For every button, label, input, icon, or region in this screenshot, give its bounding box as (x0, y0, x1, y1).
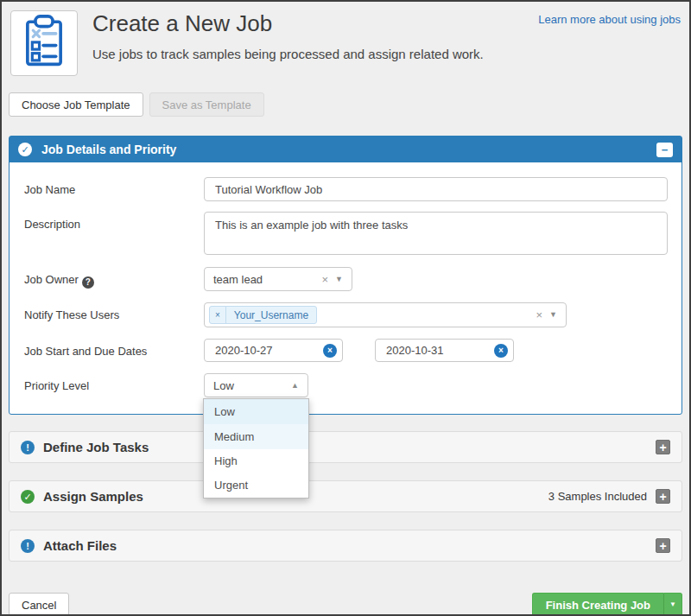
expand-section-button[interactable]: + (656, 538, 670, 553)
priority-value: Low (213, 379, 234, 392)
template-toolbar: Choose Job Template Save as Template (9, 92, 682, 117)
chevron-down-icon[interactable]: ▼ (335, 276, 343, 283)
user-tag: × Your_Username (209, 306, 317, 324)
samples-included-badge: 3 Samples Included (548, 490, 647, 503)
minus-icon: − (662, 143, 669, 156)
define-job-tasks-section[interactable]: ! Define Job Tasks + (9, 431, 682, 463)
job-owner-row: Job Owner? team lead × ▼ (24, 267, 668, 291)
create-job-window: { "header": { "title": "Create a New Job… (0, 0, 691, 616)
priority-option-urgent[interactable]: Urgent (204, 473, 308, 498)
footer-actions: Cancel Finish Creating Job ▼ (9, 593, 682, 616)
job-name-row: Job Name (24, 177, 668, 201)
save-as-template-button: Save as Template (149, 92, 264, 117)
plus-icon: + (659, 539, 666, 553)
expand-section-button[interactable]: + (656, 440, 670, 454)
choose-job-template-button[interactable]: Choose Job Template (9, 92, 143, 117)
info-circle-icon: ! (21, 441, 35, 454)
attach-files-section[interactable]: ! Attach Files + (9, 530, 682, 562)
notify-users-row: Notify These Users × Your_Username × ▼ (24, 302, 668, 327)
job-name-label: Job Name (24, 177, 204, 196)
expand-section-button[interactable]: + (656, 489, 670, 504)
priority-select[interactable]: Low ▲ (204, 373, 308, 397)
clipboard-tasks-icon (20, 15, 68, 72)
plus-icon: + (659, 441, 666, 454)
due-date-value: 2020-10-31 (386, 344, 444, 357)
info-circle-icon: ! (21, 539, 35, 553)
due-date-input[interactable]: 2020-10-31 × (375, 339, 514, 362)
description-label: Description (24, 212, 204, 231)
priority-row: Priority Level Low ▲ Low Medium High Urg… (24, 373, 668, 397)
dates-label: Job Start and Due Dates (24, 339, 204, 358)
start-date-value: 2020-10-27 (215, 344, 273, 357)
cancel-button[interactable]: Cancel (9, 593, 69, 616)
priority-label: Priority Level (24, 373, 204, 392)
assign-samples-section[interactable]: ✓ Assign Samples 3 Samples Included + (9, 480, 682, 512)
check-circle-icon: ✓ (21, 490, 35, 504)
plus-icon: + (659, 490, 666, 504)
clear-selection-icon[interactable]: × (536, 309, 542, 321)
section-title: Assign Samples (43, 489, 143, 504)
job-details-panel-title: Job Details and Priority (41, 143, 176, 156)
priority-option-medium[interactable]: Medium (204, 424, 308, 449)
section-title: Define Job Tasks (43, 440, 149, 454)
job-name-input[interactable] (204, 177, 668, 201)
start-date-input[interactable]: 2020-10-27 × (204, 339, 343, 362)
notify-users-select[interactable]: × Your_Username × ▼ (204, 302, 567, 327)
job-details-panel: ✓ Job Details and Priority − Job Name De… (9, 136, 682, 415)
chevron-up-icon[interactable]: ▲ (291, 382, 299, 390)
help-icon[interactable]: ? (82, 276, 94, 289)
collapse-panel-button[interactable]: − (656, 143, 673, 157)
user-tag-label: Your_Username (226, 307, 316, 323)
clear-selection-icon[interactable]: × (321, 274, 328, 285)
priority-select-wrap: Low ▲ Low Medium High Urgent (204, 373, 308, 397)
job-owner-select[interactable]: team lead × ▼ (204, 267, 352, 291)
job-details-panel-header[interactable]: ✓ Job Details and Priority − (10, 137, 681, 162)
description-row: Description This is an example job with … (24, 212, 668, 255)
page: Create a New Job Use jobs to track sampl… (2, 2, 689, 616)
priority-dropdown: Low Medium High Urgent (203, 398, 309, 499)
job-owner-label: Job Owner? (24, 267, 204, 289)
job-owner-value: team lead (213, 273, 263, 286)
finish-options-caret-button[interactable]: ▼ (663, 593, 682, 616)
finish-split-button: Finish Creating Job ▼ (532, 593, 682, 616)
learn-more-link[interactable]: Learn more about using jobs (538, 13, 681, 26)
clear-date-icon[interactable]: × (323, 344, 337, 358)
finish-creating-job-button[interactable]: Finish Creating Job (532, 593, 663, 616)
description-input[interactable]: This is an example job with three tasks (204, 212, 668, 255)
notify-users-label: Notify These Users (24, 302, 204, 321)
priority-option-low[interactable]: Low (204, 399, 308, 424)
section-title: Attach Files (43, 538, 117, 553)
chevron-down-icon: ▼ (669, 600, 676, 608)
priority-option-high[interactable]: High (204, 449, 308, 473)
chevron-down-icon[interactable]: ▼ (549, 311, 557, 319)
page-header: Create a New Job Use jobs to track sampl… (9, 9, 682, 79)
job-icon-box (10, 10, 78, 76)
job-details-panel-body: Job Name Description This is an example … (10, 162, 681, 414)
clear-date-icon[interactable]: × (494, 344, 508, 358)
dates-row: Job Start and Due Dates 2020-10-27 × 202… (24, 339, 668, 362)
page-subtitle: Use jobs to track samples being processe… (92, 47, 682, 61)
check-circle-icon: ✓ (18, 143, 32, 156)
remove-tag-icon[interactable]: × (210, 307, 226, 323)
